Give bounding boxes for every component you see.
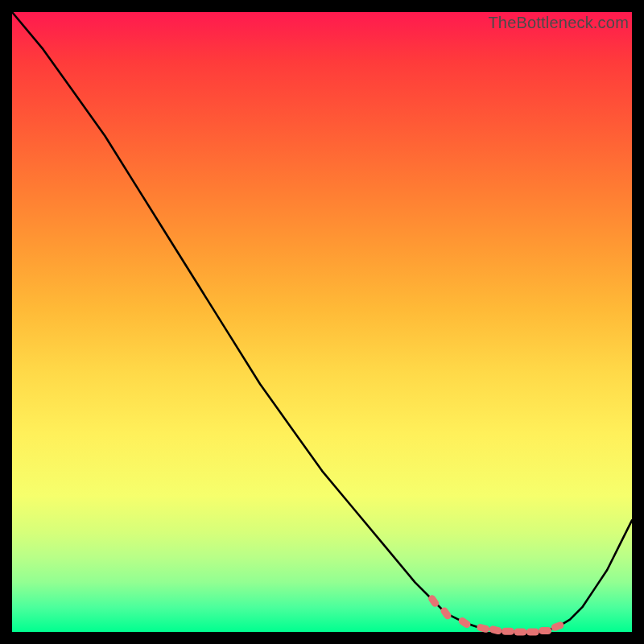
highlight-dots — [427, 593, 564, 635]
highlight-dot — [476, 623, 490, 634]
highlight-dot — [502, 628, 514, 635]
highlight-dot — [551, 621, 565, 632]
chart-canvas: TheBottleneck.com — [0, 0, 644, 644]
highlight-dot — [457, 616, 472, 630]
highlight-dot — [514, 629, 526, 636]
highlight-dot — [539, 627, 551, 634]
highlight-dot — [489, 625, 503, 635]
curve-svg — [12, 12, 632, 632]
bottleneck-curve-line — [12, 12, 632, 632]
highlight-dot — [526, 629, 539, 636]
plot-area: TheBottleneck.com — [12, 12, 632, 632]
